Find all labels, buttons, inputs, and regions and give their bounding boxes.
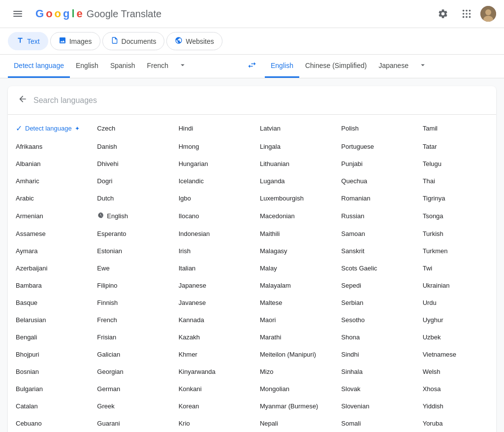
lang-myanmar[interactable]: Myanmar (Burmese) bbox=[252, 398, 333, 415]
lang-tamil[interactable]: Tamil bbox=[415, 119, 496, 138]
lang-malayalam[interactable]: Malayalam bbox=[252, 277, 333, 294]
lang-sindhi[interactable]: Sindhi bbox=[333, 346, 414, 363]
lang-welsh[interactable]: Welsh bbox=[415, 363, 496, 380]
lang-javanese[interactable]: Javanese bbox=[171, 294, 252, 311]
lang-quechua[interactable]: Quechua bbox=[333, 172, 414, 190]
lang-catalan[interactable]: Catalan bbox=[8, 398, 89, 415]
lang-bambara[interactable]: Bambara bbox=[8, 277, 89, 294]
lang-hungarian[interactable]: Hungarian bbox=[171, 155, 252, 172]
lang-xhosa[interactable]: Xhosa bbox=[415, 380, 496, 398]
lang-tatar[interactable]: Tatar bbox=[415, 138, 496, 155]
lang-samoan[interactable]: Samoan bbox=[333, 225, 414, 242]
lang-telugu[interactable]: Telugu bbox=[415, 155, 496, 172]
tab-text[interactable]: Text bbox=[8, 32, 48, 50]
lang-albanian[interactable]: Albanian bbox=[8, 155, 89, 172]
lang-ilocano[interactable]: Ilocano bbox=[171, 207, 252, 225]
source-lang-english[interactable]: English bbox=[70, 55, 104, 78]
lang-macedonian[interactable]: Macedonian bbox=[252, 207, 333, 225]
target-lang-more-button[interactable] bbox=[414, 57, 431, 76]
target-lang-japanese[interactable]: Japanese bbox=[373, 55, 414, 78]
lang-italian[interactable]: Italian bbox=[171, 260, 252, 277]
lang-bhojpuri[interactable]: Bhojpuri bbox=[8, 346, 89, 363]
lang-luganda[interactable]: Luganda bbox=[252, 172, 333, 190]
lang-dutch[interactable]: Dutch bbox=[89, 190, 170, 207]
source-lang-detect[interactable]: Detect language bbox=[8, 55, 70, 78]
lang-kannada[interactable]: Kannada bbox=[171, 311, 252, 329]
lang-somali[interactable]: Somali bbox=[333, 415, 414, 432]
lang-twi[interactable]: Twi bbox=[415, 260, 496, 277]
lang-urdu[interactable]: Urdu bbox=[415, 294, 496, 311]
back-button[interactable] bbox=[16, 92, 30, 108]
lang-amharic[interactable]: Amharic bbox=[8, 172, 89, 190]
target-lang-english[interactable]: English bbox=[265, 55, 299, 78]
lang-detect-language[interactable]: ✓ Detect language ✦ bbox=[8, 119, 89, 138]
lang-maithili[interactable]: Maithili bbox=[252, 225, 333, 242]
user-avatar[interactable] bbox=[480, 6, 496, 22]
tab-websites[interactable]: Websites bbox=[166, 32, 222, 50]
search-languages-input[interactable] bbox=[33, 96, 488, 105]
lang-arabic[interactable]: Arabic bbox=[8, 190, 89, 207]
lang-aymara[interactable]: Aymara bbox=[8, 242, 89, 260]
lang-lithuanian[interactable]: Lithuanian bbox=[252, 155, 333, 172]
lang-uyghur[interactable]: Uyghur bbox=[415, 311, 496, 329]
tab-documents[interactable]: Documents bbox=[102, 32, 165, 50]
lang-marathi[interactable]: Marathi bbox=[252, 329, 333, 346]
lang-irish[interactable]: Irish bbox=[171, 242, 252, 260]
lang-french[interactable]: French bbox=[89, 311, 170, 329]
lang-armenian[interactable]: Armenian bbox=[8, 207, 89, 225]
lang-vietnamese[interactable]: Vietnamese bbox=[415, 346, 496, 363]
lang-meiteilon[interactable]: Meiteilon (Manipuri) bbox=[252, 346, 333, 363]
lang-yiddish[interactable]: Yiddish bbox=[415, 398, 496, 415]
lang-greek[interactable]: Greek bbox=[89, 398, 170, 415]
lang-konkani[interactable]: Konkani bbox=[171, 380, 252, 398]
lang-german[interactable]: German bbox=[89, 380, 170, 398]
lang-frisian[interactable]: Frisian bbox=[89, 329, 170, 346]
settings-button[interactable] bbox=[433, 4, 453, 24]
lang-scots-gaelic[interactable]: Scots Gaelic bbox=[333, 260, 414, 277]
lang-turkmen[interactable]: Turkmen bbox=[415, 242, 496, 260]
lang-slovak[interactable]: Slovak bbox=[333, 380, 414, 398]
lang-latvian[interactable]: Latvian bbox=[252, 119, 333, 138]
lang-ukrainian[interactable]: Ukrainian bbox=[415, 277, 496, 294]
lang-ewe[interactable]: Ewe bbox=[89, 260, 170, 277]
lang-korean[interactable]: Korean bbox=[171, 398, 252, 415]
lang-tsonga[interactable]: Tsonga bbox=[415, 207, 496, 225]
google-apps-button[interactable] bbox=[457, 4, 476, 24]
lang-shona[interactable]: Shona bbox=[333, 329, 414, 346]
lang-basque[interactable]: Basque bbox=[8, 294, 89, 311]
lang-mongolian[interactable]: Mongolian bbox=[252, 380, 333, 398]
lang-mizo[interactable]: Mizo bbox=[252, 363, 333, 380]
lang-polish[interactable]: Polish bbox=[333, 119, 414, 138]
lang-afrikaans[interactable]: Afrikaans bbox=[8, 138, 89, 155]
lang-khmer[interactable]: Khmer bbox=[171, 346, 252, 363]
lang-maltese[interactable]: Maltese bbox=[252, 294, 333, 311]
lang-russian[interactable]: Russian bbox=[333, 207, 414, 225]
lang-nepali[interactable]: Nepali bbox=[252, 415, 333, 432]
lang-indonesian[interactable]: Indonesian bbox=[171, 225, 252, 242]
lang-bengali[interactable]: Bengali bbox=[8, 329, 89, 346]
lang-hindi[interactable]: Hindi bbox=[171, 119, 252, 138]
tab-images[interactable]: Images bbox=[50, 32, 100, 50]
lang-maori[interactable]: Maori bbox=[252, 311, 333, 329]
lang-kazakh[interactable]: Kazakh bbox=[171, 329, 252, 346]
lang-sanskrit[interactable]: Sanskrit bbox=[333, 242, 414, 260]
hamburger-menu-button[interactable] bbox=[8, 4, 28, 24]
lang-bulgarian[interactable]: Bulgarian bbox=[8, 380, 89, 398]
lang-igbo[interactable]: Igbo bbox=[171, 190, 252, 207]
source-lang-french[interactable]: French bbox=[141, 55, 174, 78]
lang-azerbaijani[interactable]: Azerbaijani bbox=[8, 260, 89, 277]
lang-hmong[interactable]: Hmong bbox=[171, 138, 252, 155]
lang-uzbek[interactable]: Uzbek bbox=[415, 329, 496, 346]
lang-galician[interactable]: Galician bbox=[89, 346, 170, 363]
lang-georgian[interactable]: Georgian bbox=[89, 363, 170, 380]
lang-esperanto[interactable]: Esperanto bbox=[89, 225, 170, 242]
lang-sinhala[interactable]: Sinhala bbox=[333, 363, 414, 380]
lang-tigrinya[interactable]: Tigrinya bbox=[415, 190, 496, 207]
lang-guarani[interactable]: Guarani bbox=[89, 415, 170, 432]
lang-punjabi[interactable]: Punjabi bbox=[333, 155, 414, 172]
source-lang-spanish[interactable]: Spanish bbox=[104, 55, 141, 78]
lang-malay[interactable]: Malay bbox=[252, 260, 333, 277]
lang-dhivehi[interactable]: Dhivehi bbox=[89, 155, 170, 172]
lang-sesotho[interactable]: Sesotho bbox=[333, 311, 414, 329]
lang-yoruba[interactable]: Yoruba bbox=[415, 415, 496, 432]
